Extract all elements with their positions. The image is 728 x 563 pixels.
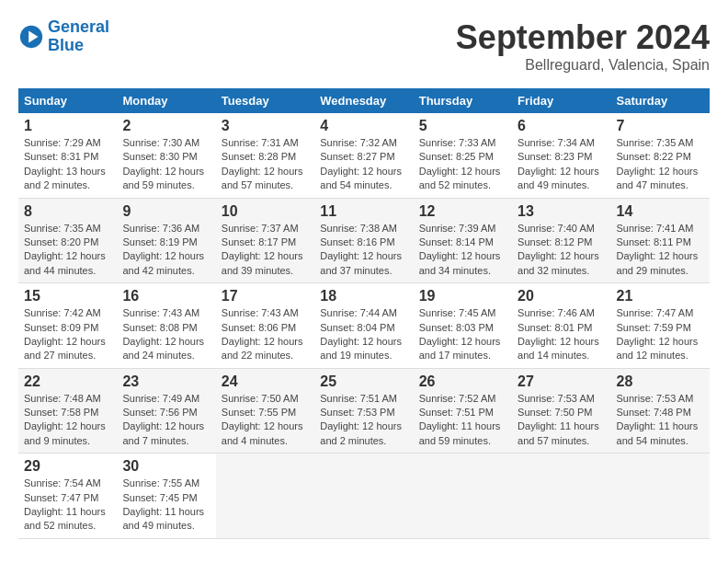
day-info: Sunrise: 7:47 AM Sunset: 7:59 PM Dayligh… [617, 307, 699, 361]
day-number: 19 [419, 288, 506, 304]
day-number: 17 [222, 288, 309, 304]
day-info: Sunrise: 7:52 AM Sunset: 7:51 PM Dayligh… [419, 393, 501, 446]
day-number: 4 [320, 118, 407, 134]
header-friday: Friday [512, 88, 610, 113]
month-title: September 2024 [456, 18, 710, 57]
calendar-day-cell: 24 Sunrise: 7:50 AM Sunset: 7:55 PM Dayl… [216, 368, 314, 454]
calendar-day-cell: 15 Sunrise: 7:42 AM Sunset: 8:09 PM Dayl… [18, 283, 117, 369]
calendar-day-cell: 16 Sunrise: 7:43 AM Sunset: 8:08 PM Dayl… [117, 283, 215, 369]
day-info: Sunrise: 7:43 AM Sunset: 8:06 PM Dayligh… [222, 307, 303, 361]
calendar-week-row: 15 Sunrise: 7:42 AM Sunset: 8:09 PM Dayl… [18, 283, 710, 369]
calendar-week-row: 29 Sunrise: 7:54 AM Sunset: 7:47 PM Dayl… [18, 454, 710, 539]
day-number: 27 [518, 373, 605, 390]
day-number: 5 [419, 118, 506, 134]
day-info: Sunrise: 7:44 AM Sunset: 8:04 PM Dayligh… [320, 307, 402, 361]
day-number: 22 [24, 373, 111, 390]
day-number: 23 [122, 373, 210, 390]
day-number: 26 [419, 373, 506, 390]
day-info: Sunrise: 7:38 AM Sunset: 8:16 PM Dayligh… [320, 223, 402, 276]
day-number: 24 [222, 373, 309, 390]
logo-text: GeneralBlue [48, 18, 109, 55]
day-info: Sunrise: 7:43 AM Sunset: 8:08 PM Dayligh… [122, 307, 204, 361]
day-info: Sunrise: 7:50 AM Sunset: 7:55 PM Dayligh… [222, 393, 303, 446]
calendar-day-cell: 6 Sunrise: 7:34 AM Sunset: 8:23 PM Dayli… [512, 113, 610, 198]
logo: GeneralBlue [18, 18, 109, 55]
location-title: Bellreguard, Valencia, Spain [456, 57, 710, 74]
day-info: Sunrise: 7:40 AM Sunset: 8:12 PM Dayligh… [518, 223, 599, 276]
calendar-week-row: 8 Sunrise: 7:35 AM Sunset: 8:20 PM Dayli… [18, 198, 710, 283]
day-info: Sunrise: 7:51 AM Sunset: 7:53 PM Dayligh… [320, 393, 402, 446]
day-info: Sunrise: 7:35 AM Sunset: 8:22 PM Dayligh… [617, 137, 699, 190]
day-number: 18 [320, 288, 407, 304]
calendar-day-cell: 20 Sunrise: 7:46 AM Sunset: 8:01 PM Dayl… [512, 283, 610, 369]
calendar-day-cell: 23 Sunrise: 7:49 AM Sunset: 7:56 PM Dayl… [117, 368, 215, 454]
calendar-week-row: 22 Sunrise: 7:48 AM Sunset: 7:58 PM Dayl… [18, 368, 710, 454]
day-number: 1 [24, 118, 111, 134]
calendar-day-cell [611, 454, 710, 539]
calendar-day-cell: 11 Sunrise: 7:38 AM Sunset: 8:16 PM Dayl… [314, 198, 413, 283]
calendar-day-cell: 28 Sunrise: 7:53 AM Sunset: 7:48 PM Dayl… [611, 368, 710, 454]
day-info: Sunrise: 7:33 AM Sunset: 8:25 PM Dayligh… [419, 137, 501, 190]
day-number: 16 [122, 288, 210, 304]
title-area: September 2024 Bellreguard, Valencia, Sp… [456, 18, 710, 74]
day-number: 13 [518, 203, 605, 220]
calendar-day-cell: 8 Sunrise: 7:35 AM Sunset: 8:20 PM Dayli… [18, 198, 117, 283]
calendar-day-cell: 4 Sunrise: 7:32 AM Sunset: 8:27 PM Dayli… [314, 113, 413, 198]
calendar-day-cell: 18 Sunrise: 7:44 AM Sunset: 8:04 PM Dayl… [314, 283, 413, 369]
calendar-day-cell: 27 Sunrise: 7:53 AM Sunset: 7:50 PM Dayl… [512, 368, 610, 454]
day-number: 29 [24, 458, 111, 475]
calendar-day-cell: 10 Sunrise: 7:37 AM Sunset: 8:17 PM Dayl… [216, 198, 314, 283]
header-sunday: Sunday [18, 88, 117, 113]
calendar-day-cell: 22 Sunrise: 7:48 AM Sunset: 7:58 PM Dayl… [18, 368, 117, 454]
calendar-day-cell: 2 Sunrise: 7:30 AM Sunset: 8:30 PM Dayli… [117, 113, 215, 198]
calendar-week-row: 1 Sunrise: 7:29 AM Sunset: 8:31 PM Dayli… [18, 113, 710, 198]
day-number: 3 [222, 118, 309, 134]
logo-icon [18, 24, 44, 50]
header-thursday: Thursday [414, 88, 512, 113]
header-monday: Monday [117, 88, 215, 113]
calendar-day-cell: 7 Sunrise: 7:35 AM Sunset: 8:22 PM Dayli… [611, 113, 710, 198]
day-number: 6 [518, 118, 605, 134]
day-number: 9 [122, 203, 210, 220]
calendar-day-cell: 12 Sunrise: 7:39 AM Sunset: 8:14 PM Dayl… [414, 198, 512, 283]
calendar-day-cell: 14 Sunrise: 7:41 AM Sunset: 8:11 PM Dayl… [611, 198, 710, 283]
day-info: Sunrise: 7:29 AM Sunset: 8:31 PM Dayligh… [24, 137, 106, 190]
page-header: GeneralBlue September 2024 Bellreguard, … [18, 18, 710, 74]
header-tuesday: Tuesday [216, 88, 314, 113]
calendar-day-cell [216, 454, 314, 539]
calendar-day-cell: 3 Sunrise: 7:31 AM Sunset: 8:28 PM Dayli… [216, 113, 314, 198]
day-number: 10 [222, 203, 309, 220]
day-info: Sunrise: 7:53 AM Sunset: 7:48 PM Dayligh… [617, 393, 699, 446]
day-number: 28 [617, 373, 704, 390]
calendar-day-cell: 25 Sunrise: 7:51 AM Sunset: 7:53 PM Dayl… [314, 368, 413, 454]
day-number: 7 [617, 118, 704, 134]
day-info: Sunrise: 7:55 AM Sunset: 7:45 PM Dayligh… [122, 477, 204, 531]
calendar-day-cell [512, 454, 610, 539]
day-info: Sunrise: 7:39 AM Sunset: 8:14 PM Dayligh… [419, 223, 501, 276]
day-info: Sunrise: 7:36 AM Sunset: 8:19 PM Dayligh… [122, 223, 204, 276]
header-wednesday: Wednesday [314, 88, 413, 113]
calendar-day-cell: 1 Sunrise: 7:29 AM Sunset: 8:31 PM Dayli… [18, 113, 117, 198]
weekday-header-row: Sunday Monday Tuesday Wednesday Thursday… [18, 88, 710, 113]
calendar-day-cell: 13 Sunrise: 7:40 AM Sunset: 8:12 PM Dayl… [512, 198, 610, 283]
calendar-day-cell [314, 454, 413, 539]
calendar-table: Sunday Monday Tuesday Wednesday Thursday… [18, 88, 710, 539]
calendar-day-cell: 26 Sunrise: 7:52 AM Sunset: 7:51 PM Dayl… [414, 368, 512, 454]
day-info: Sunrise: 7:46 AM Sunset: 8:01 PM Dayligh… [518, 307, 599, 361]
header-saturday: Saturday [611, 88, 710, 113]
day-info: Sunrise: 7:48 AM Sunset: 7:58 PM Dayligh… [24, 393, 106, 446]
calendar-day-cell: 9 Sunrise: 7:36 AM Sunset: 8:19 PM Dayli… [117, 198, 215, 283]
day-number: 20 [518, 288, 605, 304]
calendar-day-cell: 19 Sunrise: 7:45 AM Sunset: 8:03 PM Dayl… [414, 283, 512, 369]
day-info: Sunrise: 7:42 AM Sunset: 8:09 PM Dayligh… [24, 307, 106, 361]
day-info: Sunrise: 7:45 AM Sunset: 8:03 PM Dayligh… [419, 307, 501, 361]
day-number: 21 [617, 288, 704, 304]
day-info: Sunrise: 7:34 AM Sunset: 8:23 PM Dayligh… [518, 137, 599, 190]
day-info: Sunrise: 7:31 AM Sunset: 8:28 PM Dayligh… [222, 137, 303, 190]
day-info: Sunrise: 7:37 AM Sunset: 8:17 PM Dayligh… [222, 223, 303, 276]
day-info: Sunrise: 7:53 AM Sunset: 7:50 PM Dayligh… [518, 393, 599, 446]
day-number: 8 [24, 203, 111, 220]
day-info: Sunrise: 7:54 AM Sunset: 7:47 PM Dayligh… [24, 477, 106, 531]
day-info: Sunrise: 7:32 AM Sunset: 8:27 PM Dayligh… [320, 137, 402, 190]
calendar-day-cell [414, 454, 512, 539]
